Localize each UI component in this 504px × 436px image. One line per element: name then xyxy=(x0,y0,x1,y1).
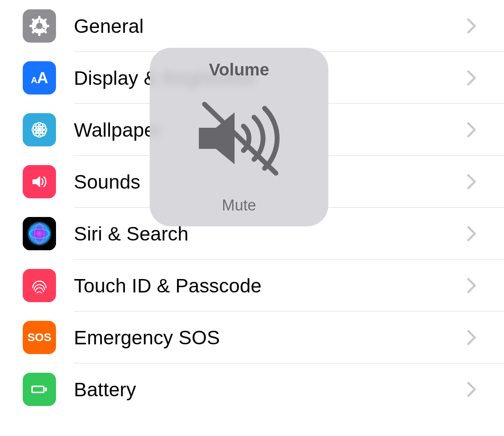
gear-icon xyxy=(23,9,56,43)
row-label: Touch ID & Passcode xyxy=(74,275,455,297)
chevron-right-icon xyxy=(455,70,488,86)
chevron-right-icon xyxy=(455,226,488,241)
svg-rect-29 xyxy=(45,387,47,391)
chevron-right-icon xyxy=(455,18,488,34)
chevron-right-icon xyxy=(455,278,488,293)
chevron-right-icon xyxy=(455,330,488,345)
chevron-right-icon xyxy=(455,174,488,189)
row-battery[interactable]: Battery xyxy=(0,363,504,415)
svg-rect-22 xyxy=(32,179,36,184)
fingerprint-icon xyxy=(23,269,56,302)
volume-hud-subtitle: Mute xyxy=(222,197,256,214)
wallpaper-icon xyxy=(23,113,56,146)
volume-hud-title: Volume xyxy=(209,60,269,79)
svg-rect-3 xyxy=(29,25,33,27)
chevron-right-icon xyxy=(455,382,488,397)
battery-icon xyxy=(23,373,56,406)
row-label: General xyxy=(74,15,455,37)
row-label: Emergency SOS xyxy=(74,326,455,349)
siri-icon xyxy=(23,217,56,250)
speaker-muted-icon xyxy=(150,79,328,197)
sos-text: SOS xyxy=(27,331,51,344)
svg-rect-30 xyxy=(33,387,43,392)
svg-rect-31 xyxy=(199,128,216,149)
svg-rect-2 xyxy=(38,32,41,36)
svg-rect-1 xyxy=(38,16,41,20)
svg-rect-4 xyxy=(45,25,50,27)
volume-hud: Volume Mute xyxy=(150,48,328,226)
text-size-icon: AA xyxy=(23,61,56,95)
row-sos[interactable]: SOS Emergency SOS xyxy=(0,311,504,363)
speaker-icon xyxy=(23,165,56,198)
row-label: Battery xyxy=(74,378,455,401)
svg-point-25 xyxy=(27,221,51,245)
row-general[interactable]: General xyxy=(0,0,504,52)
row-touchid[interactable]: Touch ID & Passcode xyxy=(0,260,504,311)
sos-icon: SOS xyxy=(23,321,56,354)
svg-marker-23 xyxy=(36,176,40,187)
chevron-right-icon xyxy=(455,122,488,137)
